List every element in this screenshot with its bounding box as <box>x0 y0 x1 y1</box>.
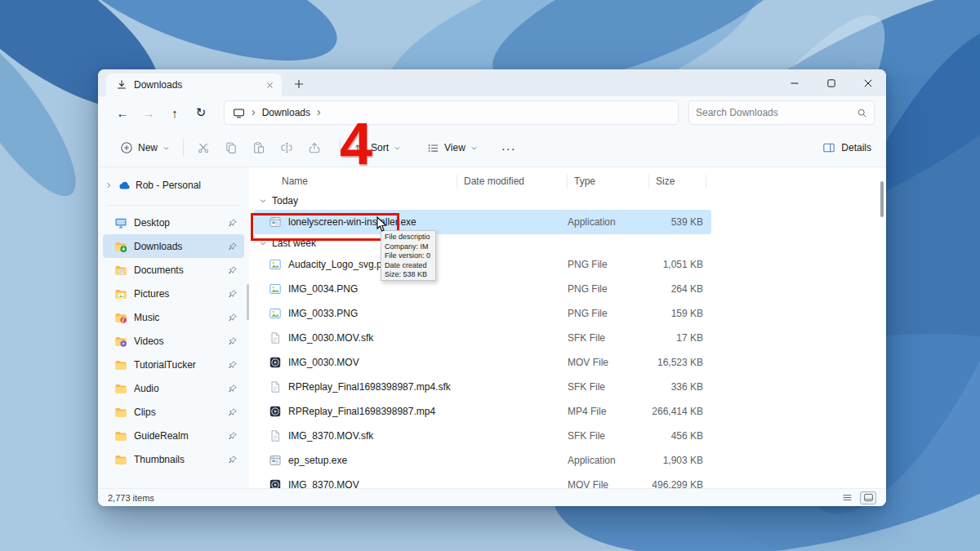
folder-icon <box>114 406 127 419</box>
chevron-down-icon <box>394 144 401 152</box>
media-file-icon <box>269 478 282 488</box>
minimize-button[interactable] <box>776 69 813 96</box>
rename-icon[interactable] <box>273 134 301 162</box>
file-list-scrollbar[interactable] <box>880 181 884 217</box>
more-options-icon[interactable]: ··· <box>495 141 523 155</box>
tab-downloads[interactable]: Downloads <box>106 73 282 96</box>
sidebar-item-audio[interactable]: Audio <box>103 376 244 400</box>
file-row[interactable]: RPReplay_Final1698398987.mp4.sfkSFK File… <box>254 375 711 399</box>
search-input[interactable] <box>696 107 857 118</box>
column-header-date-modified[interactable]: Date modified <box>457 175 568 188</box>
tab-title: Downloads <box>134 79 262 91</box>
file-name-cell: ep_setup.exe <box>269 454 457 467</box>
view-button[interactable]: View <box>420 137 485 159</box>
file-file-icon <box>269 380 282 393</box>
sidebar-item-clips[interactable]: Clips <box>103 400 244 424</box>
column-header-name[interactable]: Name <box>269 175 457 188</box>
pictures-icon <box>114 287 127 300</box>
sidebar-item-label: TutorialTucker <box>134 359 221 371</box>
folder-icon <box>114 358 127 371</box>
tab-strip: Downloads <box>98 69 886 96</box>
column-header-size[interactable]: Size <box>649 175 706 188</box>
tab-close-icon[interactable] <box>262 78 277 92</box>
mouse-cursor <box>376 216 388 233</box>
search-box[interactable] <box>688 100 875 125</box>
chevron-right-icon <box>105 181 113 189</box>
breadcrumb-downloads[interactable]: Downloads <box>262 107 310 118</box>
cut-icon[interactable] <box>189 134 217 162</box>
file-name: IMG_0030.MOV.sfk <box>288 332 373 344</box>
file-row[interactable]: IMG_8370.MOVMOV File496,299 KB <box>254 473 711 488</box>
new-button-label: New <box>138 142 158 153</box>
file-size: 539 KB <box>649 216 706 228</box>
breadcrumb-chevron: › <box>317 106 321 119</box>
search-icon <box>857 108 867 118</box>
window-controls <box>776 69 886 96</box>
sidebar-item-documents[interactable]: Documents <box>103 258 244 282</box>
maximize-button[interactable] <box>813 69 849 96</box>
share-icon[interactable] <box>301 134 328 162</box>
file-type: MP4 File <box>568 406 649 417</box>
pin-icon <box>228 218 238 228</box>
downloads-icon <box>114 240 127 253</box>
chevron-down-icon <box>163 144 170 152</box>
copy-icon[interactable] <box>217 134 245 162</box>
file-row[interactable]: IMG_0030.MOVMOV File16,523 KB <box>254 350 711 375</box>
large-thumbnails-view-icon[interactable] <box>860 491 876 504</box>
sidebar-divider <box>106 205 241 206</box>
pin-icon <box>228 289 238 299</box>
file-row[interactable]: lonelyscreen-win-installer.exeApplicatio… <box>254 210 711 234</box>
file-row[interactable]: RPReplay_Final1698398987.mp4MP4 File266,… <box>254 399 711 424</box>
file-size: 16,523 KB <box>649 357 706 368</box>
file-name: IMG_0033.PNG <box>288 308 358 319</box>
group-header-last-week[interactable]: Last week <box>259 234 886 252</box>
file-row[interactable]: IMG_0030.MOV.sfkSFK File17 KB <box>254 326 711 350</box>
plus-circle-icon <box>120 141 133 154</box>
sidebar-item-pictures[interactable]: Pictures <box>103 282 244 305</box>
new-button[interactable]: New <box>113 136 177 159</box>
sidebar-item-videos[interactable]: Videos <box>103 329 244 353</box>
file-row[interactable]: ep_setup.exeApplication1,903 KB <box>254 448 711 473</box>
documents-icon <box>114 264 127 277</box>
onedrive-cloud-icon <box>118 179 131 192</box>
forward-icon[interactable]: → <box>136 100 162 125</box>
pin-icon <box>228 455 238 464</box>
file-type: PNG File <box>568 283 649 295</box>
file-name: ep_setup.exe <box>288 455 347 466</box>
details-button-label: Details <box>841 142 871 153</box>
close-button[interactable] <box>849 69 886 96</box>
sidebar-item-guiderealm[interactable]: GuideRealm <box>103 424 244 447</box>
file-name: RPReplay_Final1698398987.mp4.sfk <box>288 381 451 393</box>
sidebar-item-tutorialtucker[interactable]: TutorialTucker <box>103 353 244 376</box>
onedrive-label: Rob - Personal <box>136 180 201 191</box>
up-icon[interactable]: ↑ <box>162 100 188 125</box>
details-button[interactable]: Details <box>822 141 871 154</box>
column-header-type[interactable]: Type <box>568 175 649 188</box>
back-icon[interactable]: ← <box>109 100 136 125</box>
file-type: Application <box>568 455 649 466</box>
tooltip-line: File descriptio <box>385 233 435 242</box>
new-tab-button[interactable] <box>288 73 310 95</box>
media-file-icon <box>269 405 282 418</box>
details-view-icon[interactable] <box>839 491 855 504</box>
group-header-today[interactable]: Today <box>259 192 886 210</box>
file-row[interactable]: Audacity_Logo_svg.pngPNG File1,051 KB <box>254 252 711 277</box>
group-label: Today <box>272 195 298 207</box>
folder-icon <box>114 382 127 395</box>
file-row[interactable]: IMG_0034.PNGPNG File264 KB <box>254 277 711 301</box>
navigation-pane: Rob - Personal DesktopDownloadsDocuments… <box>98 167 249 488</box>
sidebar-item-music[interactable]: Music <box>103 305 244 329</box>
sidebar-item-desktop[interactable]: Desktop <box>103 211 244 234</box>
sidebar-item-downloads[interactable]: Downloads <box>103 234 244 258</box>
view-list-icon <box>427 142 439 154</box>
refresh-icon[interactable]: ↻ <box>188 100 214 125</box>
paste-icon[interactable] <box>245 134 273 162</box>
sidebar-item-onedrive[interactable]: Rob - Personal <box>98 174 249 197</box>
address-bar[interactable]: › Downloads › <box>224 100 679 125</box>
file-row[interactable]: IMG_0033.PNGPNG File159 KB <box>254 301 711 326</box>
file-row[interactable]: IMG_8370.MOV.sfkSFK File456 KB <box>254 424 711 448</box>
videos-icon <box>114 335 127 348</box>
image-file-icon <box>269 307 282 320</box>
sidebar-item-thumbnails[interactable]: Thumbnails <box>103 447 244 471</box>
image-file-icon <box>269 258 282 271</box>
